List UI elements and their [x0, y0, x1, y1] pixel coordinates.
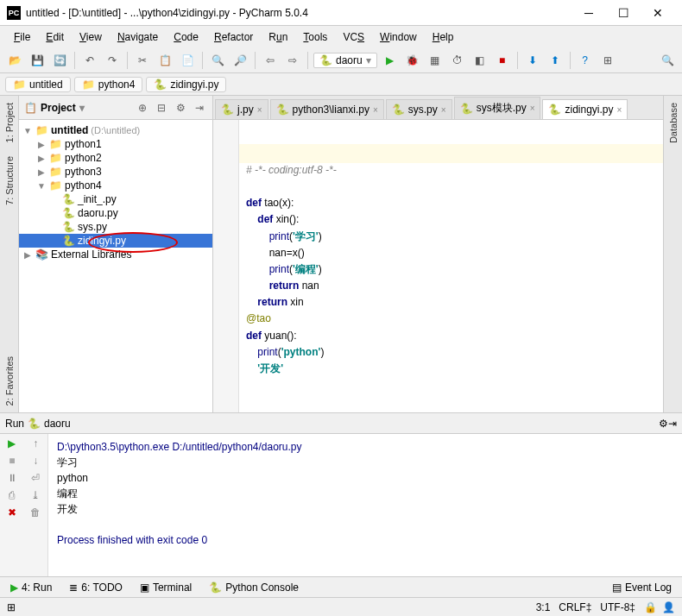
- down-icon[interactable]: ↓: [33, 455, 38, 467]
- inspections-icon[interactable]: 👤: [662, 601, 675, 613]
- expand-icon[interactable]: ▶: [22, 250, 33, 260]
- vcs-commit-icon[interactable]: ⬆: [546, 51, 565, 70]
- close-tab-icon[interactable]: ×: [617, 105, 622, 115]
- chevron-down-icon[interactable]: ▾: [79, 102, 85, 114]
- hide-icon[interactable]: ⇥: [668, 418, 677, 430]
- help-icon[interactable]: ?: [576, 51, 595, 70]
- crumb-python4[interactable]: 📁 python4: [74, 77, 143, 92]
- tree-python3[interactable]: ▶ 📁 python3: [19, 165, 212, 179]
- structure-icon[interactable]: ⊞: [598, 51, 617, 70]
- save-icon[interactable]: 💾: [28, 51, 47, 70]
- find-icon[interactable]: 🔍: [208, 51, 227, 70]
- trash-icon[interactable]: 🗑: [30, 506, 41, 519]
- maximize-button[interactable]: ☐: [606, 6, 641, 20]
- rerun-icon[interactable]: ▶: [8, 437, 16, 449]
- lock-icon[interactable]: 🔒: [644, 601, 657, 613]
- menu-refactor[interactable]: Refactor: [207, 29, 260, 45]
- close-tab-icon[interactable]: ×: [441, 105, 446, 115]
- tree-file-init[interactable]: 🐍 _init_.py: [19, 192, 212, 206]
- tab-favorites[interactable]: 2: Favorites: [3, 349, 16, 412]
- expand-icon[interactable]: ▶: [36, 140, 47, 149]
- project-tree[interactable]: ▼ 📁 untitled (D:\untitled) ▶ 📁 python1 ▶…: [19, 120, 212, 412]
- menu-run[interactable]: Run: [262, 29, 294, 45]
- stop-icon[interactable]: ■: [9, 455, 15, 467]
- menu-edit[interactable]: Edit: [39, 29, 71, 45]
- menu-window[interactable]: Window: [373, 29, 424, 45]
- debug-icon[interactable]: 🐞: [403, 51, 422, 70]
- expand-icon[interactable]: ▶: [36, 154, 47, 163]
- scroll-icon[interactable]: ⤓: [31, 489, 40, 501]
- menu-vcs[interactable]: VCS: [336, 29, 371, 45]
- vcs-update-icon[interactable]: ⬇: [523, 51, 542, 70]
- menu-navigate[interactable]: Navigate: [111, 29, 165, 45]
- menu-view[interactable]: View: [73, 29, 109, 45]
- tab-python-console[interactable]: 🐍Python Console: [204, 581, 304, 594]
- tree-file-zidingyi[interactable]: 🐍 zidingyi.py: [19, 234, 212, 248]
- run-icon[interactable]: ▶: [381, 51, 400, 70]
- expand-icon[interactable]: ▶: [36, 167, 47, 177]
- cursor-position[interactable]: 3:1: [536, 601, 551, 613]
- tab-project[interactable]: 1: Project: [3, 96, 16, 149]
- wrap-icon[interactable]: ⏎: [31, 472, 40, 484]
- copy-icon[interactable]: 📋: [155, 51, 174, 70]
- up-icon[interactable]: ↑: [33, 437, 38, 449]
- line-separator[interactable]: CRLF‡: [559, 601, 591, 613]
- tab-todo[interactable]: ≣6: TODO: [64, 581, 128, 594]
- file-encoding[interactable]: UTF-8‡: [600, 601, 635, 613]
- tree-external-libs[interactable]: ▶ 📚 External Libraries: [19, 248, 212, 261]
- close-tab-icon[interactable]: ×: [373, 105, 378, 115]
- tree-file-sys[interactable]: 🐍 sys.py: [19, 220, 212, 234]
- settings-gear-icon[interactable]: ⚙: [659, 418, 668, 430]
- windows-icon[interactable]: ⊞: [7, 601, 16, 613]
- search-everywhere-icon[interactable]: 🔍: [658, 51, 677, 70]
- tab-j[interactable]: 🐍j.py×: [215, 99, 268, 119]
- tab-structure[interactable]: 7: Structure: [3, 149, 16, 212]
- open-icon[interactable]: 📂: [5, 51, 24, 70]
- run-config-selector[interactable]: 🐍 daoru ▾: [313, 53, 377, 68]
- tab-terminal[interactable]: ▣Terminal: [135, 581, 197, 594]
- undo-icon[interactable]: ↶: [80, 51, 99, 70]
- hide-icon[interactable]: ⇥: [192, 102, 207, 114]
- tab-sys[interactable]: 🐍sys.py×: [386, 99, 452, 119]
- tree-python1[interactable]: ▶ 📁 python1: [19, 137, 212, 151]
- forward-icon[interactable]: ⇨: [283, 51, 302, 70]
- menu-tools[interactable]: Tools: [296, 29, 334, 45]
- coverage-icon[interactable]: ▦: [426, 51, 445, 70]
- menu-code[interactable]: Code: [167, 29, 205, 45]
- concurrency-icon[interactable]: ◧: [470, 51, 489, 70]
- tree-file-daoru[interactable]: 🐍 daoru.py: [19, 206, 212, 220]
- tree-python4[interactable]: ▼ 📁 python4: [19, 179, 212, 192]
- tree-root[interactable]: ▼ 📁 untitled (D:\untitled): [19, 123, 212, 137]
- cut-icon[interactable]: ✂: [133, 51, 152, 70]
- redo-icon[interactable]: ↷: [103, 51, 122, 70]
- sync-icon[interactable]: 🔄: [50, 51, 69, 70]
- profile-icon[interactable]: ⏱: [448, 51, 467, 70]
- tab-database[interactable]: Database: [666, 96, 680, 150]
- menu-file[interactable]: File: [7, 29, 37, 45]
- run-console-output[interactable]: D:\python3.5\python.exe D:/untitled/pyth…: [48, 434, 682, 576]
- code-editor[interactable]: # -*- coding:utf-8 -*- def tao(x): def x…: [213, 120, 663, 412]
- stop-icon[interactable]: ■: [493, 51, 512, 70]
- dump-icon[interactable]: ⎙: [9, 489, 15, 501]
- crumb-untitled[interactable]: 📁 untitled: [5, 77, 71, 92]
- tab-zidingyi[interactable]: 🐍zidingyi.py×: [542, 99, 628, 119]
- paste-icon[interactable]: 📄: [178, 51, 197, 70]
- collapse-icon[interactable]: ▼: [22, 126, 33, 135]
- collapse-icon[interactable]: ▼: [36, 181, 47, 191]
- scroll-to-source-icon[interactable]: ⊕: [135, 102, 150, 114]
- tree-python2[interactable]: ▶ 📁 python2: [19, 151, 212, 165]
- crumb-file[interactable]: 🐍 zidingyi.py: [146, 77, 226, 92]
- tab-run[interactable]: ▶4: Run: [5, 581, 57, 594]
- collapse-all-icon[interactable]: ⊟: [154, 102, 169, 114]
- close-tab-icon[interactable]: ×: [257, 105, 262, 115]
- tab-sysmod[interactable]: 🐍sys模块.py×: [454, 97, 541, 119]
- tab-lianxi[interactable]: 🐍python3\lianxi.py×: [270, 99, 384, 119]
- minimize-button[interactable]: ─: [571, 6, 606, 20]
- settings-gear-icon[interactable]: ⚙: [173, 102, 188, 114]
- tab-event-log[interactable]: ▤Event Log: [607, 581, 677, 594]
- back-icon[interactable]: ⇦: [261, 51, 280, 70]
- close-tab-icon[interactable]: ×: [530, 104, 535, 113]
- replace-icon[interactable]: 🔎: [230, 51, 249, 70]
- close-run-icon[interactable]: ✖: [8, 506, 16, 519]
- close-button[interactable]: ✕: [641, 6, 675, 20]
